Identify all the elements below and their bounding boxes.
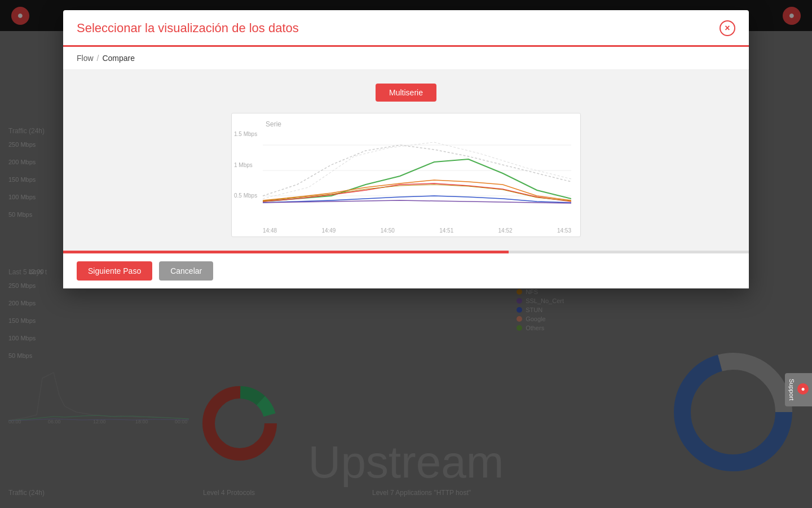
modal-body: Multiserie Serie 1.5 Mbps 1 Mbps 0.5 Mbp… (63, 70, 749, 251)
modal-footer: Siguiente Paso Cancelar (63, 253, 749, 288)
line-chart-svg (263, 134, 571, 207)
breadcrumb-flow-link[interactable]: Flow (77, 54, 94, 63)
x-label-5: 14:52 (498, 227, 513, 234)
chart-container: Serie 1.5 Mbps 1 Mbps 0.5 Mbps (231, 113, 581, 237)
x-label-6: 14:53 (557, 227, 571, 234)
y-label-2: 1 Mbps (234, 161, 257, 168)
breadcrumb: Flow / Compare (63, 47, 749, 70)
support-tab[interactable]: ● Support (785, 373, 812, 406)
breadcrumb-separator: / (97, 54, 99, 63)
modal-title: Seleccionar la visualización de los dato… (77, 21, 299, 36)
breadcrumb-current: Compare (102, 54, 135, 63)
x-label-4: 14:51 (439, 227, 453, 234)
x-label-2: 14:49 (321, 227, 336, 234)
x-axis-labels: 14:48 14:49 14:50 14:51 14:52 14:53 (263, 227, 571, 234)
support-label: Support (788, 379, 795, 401)
x-label-3: 14:50 (381, 227, 395, 234)
modal-dialog: Seleccionar la visualización de los dato… (63, 10, 749, 288)
cancelar-button[interactable]: Cancelar (159, 261, 213, 281)
support-icon: ● (797, 383, 809, 395)
y-label-3: 0.5 Mbps (234, 192, 257, 199)
modal-header: Seleccionar la visualización de los dato… (63, 10, 749, 47)
chart-serie-label: Serie (266, 120, 571, 128)
y-label-1: 1.5 Mbps (234, 131, 257, 137)
multiserie-button[interactable]: Multiserie (376, 84, 436, 102)
modal-close-button[interactable]: × (720, 20, 735, 36)
siguiente-paso-button[interactable]: Siguiente Paso (77, 261, 152, 281)
x-label-1: 14:48 (263, 227, 277, 234)
